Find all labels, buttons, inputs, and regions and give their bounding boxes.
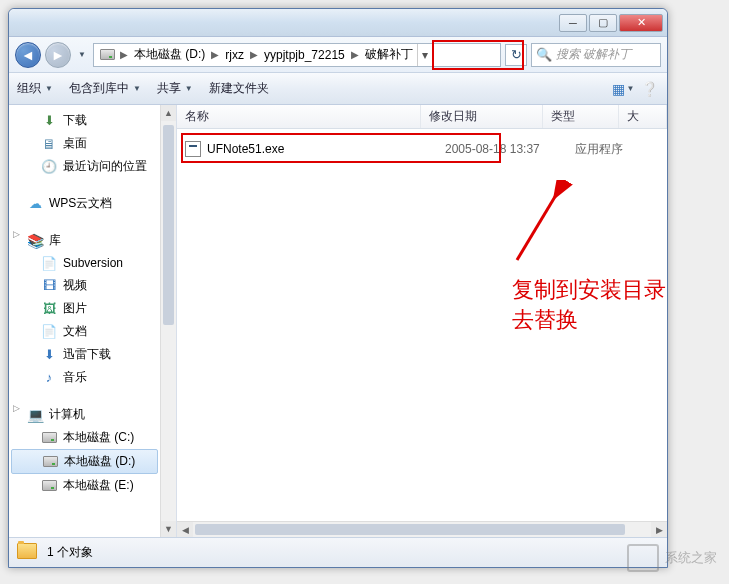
sidebar-item-drive-d[interactable]: 本地磁盘 (D:) bbox=[11, 449, 158, 474]
breadcrumb-dropdown[interactable]: ▾ bbox=[417, 44, 433, 66]
statusbar: 1 个对象 bbox=[9, 537, 667, 567]
view-options-button[interactable]: ▦▼ bbox=[613, 79, 633, 99]
cloud-icon: ☁ bbox=[27, 196, 43, 212]
column-size[interactable]: 大 bbox=[619, 105, 667, 128]
sidebar-item-label: 音乐 bbox=[63, 369, 87, 386]
svg-line-0 bbox=[517, 185, 562, 260]
breadcrumb-seg-2[interactable]: yypjtpjb_72215 bbox=[260, 44, 349, 66]
minimize-button[interactable]: ─ bbox=[559, 14, 587, 32]
file-row[interactable]: UFNote51.exe 2005-08-18 13:37 应用程序 bbox=[177, 137, 667, 161]
chevron-down-icon: ▼ bbox=[185, 84, 193, 93]
newfolder-label: 新建文件夹 bbox=[209, 80, 269, 97]
sidebar-item-label: 本地磁盘 (D:) bbox=[64, 453, 135, 470]
share-menu[interactable]: 共享▼ bbox=[157, 80, 193, 97]
refresh-button[interactable]: ↻ bbox=[505, 44, 527, 66]
maximize-button[interactable]: ▢ bbox=[589, 14, 617, 32]
sidebar-item-pictures[interactable]: 🖼 图片 bbox=[9, 297, 160, 320]
chevron-right-icon[interactable]: ▶ bbox=[349, 49, 361, 60]
toolbar: 组织▼ 包含到库中▼ 共享▼ 新建文件夹 ▦▼ ❔ bbox=[9, 73, 667, 105]
nav-history-dropdown[interactable]: ▼ bbox=[75, 42, 89, 68]
subversion-icon: 📄 bbox=[41, 255, 57, 271]
help-button[interactable]: ❔ bbox=[639, 79, 659, 99]
sidebar-item-label: 桌面 bbox=[63, 135, 87, 152]
sidebar-item-label: 文档 bbox=[63, 323, 87, 340]
expand-toggle[interactable]: ▷ bbox=[13, 403, 20, 413]
sidebar-scrollbar[interactable]: ▲ ▼ bbox=[160, 105, 176, 537]
documents-icon: 📄 bbox=[41, 324, 57, 340]
scroll-thumb[interactable] bbox=[163, 125, 174, 325]
search-input[interactable]: 🔍 搜索 破解补丁 bbox=[531, 43, 661, 67]
back-button[interactable]: ◄ bbox=[15, 42, 41, 68]
include-label: 包含到库中 bbox=[69, 80, 129, 97]
libraries-icon: 📚 bbox=[27, 233, 43, 249]
include-menu[interactable]: 包含到库中▼ bbox=[69, 80, 141, 97]
column-headers: 名称 修改日期 类型 大 bbox=[177, 105, 667, 129]
sidebar-item-drive-c[interactable]: 本地磁盘 (C:) bbox=[9, 426, 160, 449]
breadcrumb-seg-0[interactable]: 本地磁盘 (D:) bbox=[130, 44, 209, 66]
sidebar-item-libraries[interactable]: 📚 库 bbox=[9, 229, 160, 252]
chevron-down-icon: ▼ bbox=[45, 84, 53, 93]
drive-icon bbox=[42, 454, 58, 470]
share-label: 共享 bbox=[157, 80, 181, 97]
horizontal-scrollbar[interactable]: ◀ ▶ bbox=[177, 521, 667, 537]
breadcrumb-seg-1[interactable]: rjxz bbox=[221, 44, 248, 66]
chevron-right-icon[interactable]: ▶ bbox=[118, 49, 130, 60]
annotation-text: 复制到安装目录去替换 bbox=[512, 275, 667, 335]
newfolder-button[interactable]: 新建文件夹 bbox=[209, 80, 269, 97]
column-date[interactable]: 修改日期 bbox=[421, 105, 544, 128]
xunlei-icon: ⬇ bbox=[41, 347, 57, 363]
sidebar-item-music[interactable]: ♪ 音乐 bbox=[9, 366, 160, 389]
sidebar-item-downloads[interactable]: ⬇ 下载 bbox=[9, 109, 160, 132]
drive-icon bbox=[41, 430, 57, 446]
sidebar-item-recent[interactable]: 🕘 最近访问的位置 bbox=[9, 155, 160, 178]
sidebar-item-drive-e[interactable]: 本地磁盘 (E:) bbox=[9, 474, 160, 497]
column-type[interactable]: 类型 bbox=[543, 105, 619, 128]
organize-menu[interactable]: 组织▼ bbox=[17, 80, 53, 97]
navbar: ◄ ► ▼ ▶ 本地磁盘 (D:) ▶ rjxz ▶ yypjtpjb_7221… bbox=[9, 37, 667, 73]
breadcrumb[interactable]: ▶ 本地磁盘 (D:) ▶ rjxz ▶ yypjtpjb_72215 ▶ 破解… bbox=[93, 43, 501, 67]
sidebar-item-desktop[interactable]: 🖥 桌面 bbox=[9, 132, 160, 155]
sidebar-item-subversion[interactable]: 📄 Subversion bbox=[9, 252, 160, 274]
chevron-right-icon[interactable]: ▶ bbox=[209, 49, 221, 60]
breadcrumb-seg-3[interactable]: 破解补丁 bbox=[361, 44, 417, 66]
scroll-thumb[interactable] bbox=[195, 524, 625, 535]
chevron-down-icon: ▼ bbox=[133, 84, 141, 93]
sidebar-item-label: 本地磁盘 (E:) bbox=[63, 477, 134, 494]
sidebar-item-label: 视频 bbox=[63, 277, 87, 294]
sidebar-item-label: 本地磁盘 (C:) bbox=[63, 429, 134, 446]
drive-icon bbox=[41, 478, 57, 494]
file-date: 2005-08-18 13:37 bbox=[445, 142, 575, 156]
explorer-window: ─ ▢ ✕ ◄ ► ▼ ▶ 本地磁盘 (D:) ▶ rjxz ▶ yypjtpj… bbox=[8, 8, 668, 568]
close-button[interactable]: ✕ bbox=[619, 14, 663, 32]
sidebar-item-wps[interactable]: ☁ WPS云文档 bbox=[9, 192, 160, 215]
sidebar-item-label: 迅雷下载 bbox=[63, 346, 111, 363]
scroll-right-icon[interactable]: ▶ bbox=[651, 522, 667, 537]
watermark-text: 系统之家 bbox=[665, 549, 717, 567]
sidebar-item-documents[interactable]: 📄 文档 bbox=[9, 320, 160, 343]
chevron-right-icon[interactable]: ▶ bbox=[248, 49, 260, 60]
sidebar-item-xunlei[interactable]: ⬇ 迅雷下载 bbox=[9, 343, 160, 366]
folder-icon bbox=[17, 543, 39, 563]
annotation-arrow bbox=[507, 180, 577, 270]
sidebar-item-label: Subversion bbox=[63, 256, 123, 270]
exe-icon bbox=[185, 141, 201, 157]
sidebar-item-label: 计算机 bbox=[49, 406, 85, 423]
search-icon: 🔍 bbox=[536, 47, 552, 62]
organize-label: 组织 bbox=[17, 80, 41, 97]
file-name: UFNote51.exe bbox=[207, 142, 284, 156]
sidebar-item-label: 库 bbox=[49, 232, 61, 249]
scroll-down-icon[interactable]: ▼ bbox=[161, 521, 176, 537]
forward-button[interactable]: ► bbox=[45, 42, 71, 68]
computer-icon: 💻 bbox=[27, 407, 43, 423]
expand-toggle[interactable]: ▷ bbox=[13, 229, 20, 239]
desktop-icon: 🖥 bbox=[41, 136, 57, 152]
sidebar-item-computer[interactable]: 💻 计算机 bbox=[9, 403, 160, 426]
scroll-up-icon[interactable]: ▲ bbox=[161, 105, 176, 121]
videos-icon: 🎞 bbox=[41, 278, 57, 294]
column-name[interactable]: 名称 bbox=[177, 105, 421, 128]
scroll-left-icon[interactable]: ◀ bbox=[177, 522, 193, 537]
drive-icon bbox=[98, 46, 116, 64]
pictures-icon: 🖼 bbox=[41, 301, 57, 317]
sidebar-item-videos[interactable]: 🎞 视频 bbox=[9, 274, 160, 297]
sidebar-item-label: WPS云文档 bbox=[49, 195, 112, 212]
